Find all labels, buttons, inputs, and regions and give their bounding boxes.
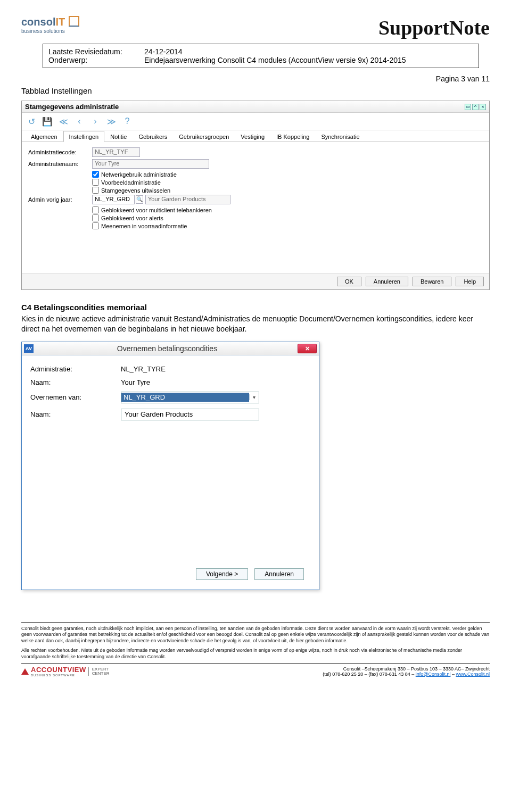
logo-text-2: IT [55, 16, 65, 28]
chk-voorraad[interactable] [92, 222, 99, 229]
subject-value: Eindejaarsverwerking Consolit C4 modules… [144, 56, 473, 64]
lookup-icon[interactable]: 🔍 [136, 195, 143, 204]
logo-square-icon [69, 16, 79, 27]
tab-ibkoppeling[interactable]: IB Koppeling [270, 131, 315, 142]
meta-box: Laatste Revisiedatum: 24-12-2014 Onderwe… [43, 44, 479, 68]
tab-instellingen[interactable]: Instellingen [63, 131, 105, 142]
revision-label: Laatste Revisiedatum: [48, 47, 144, 56]
admincode-input[interactable]: NL_YR_TYF [92, 147, 140, 157]
window-up-icon[interactable]: ^ [472, 104, 479, 110]
dlg-naam2-value: Your Garden Products [121, 409, 259, 420]
chk-alerts[interactable] [92, 214, 99, 221]
save-icon[interactable]: 💾 [42, 116, 53, 127]
dlg-admin-value: NL_YR_TYRE [121, 365, 310, 373]
page-title: SupportNote [128, 16, 490, 39]
vorigjaar-label: Admin vorig jaar: [28, 196, 92, 203]
adminnaam-input[interactable]: Your Tyre [92, 159, 209, 169]
triangle-icon [21, 668, 29, 675]
dlg-naam1-label: Naam: [30, 378, 121, 386]
footer-tel: (tel) 078-620 25 20 – (fax) 078-631 43 8… [323, 672, 416, 677]
footer-web-link[interactable]: www.Consolit.nl [456, 672, 490, 677]
chk-netwerk-label: Netwerkgebruik administratie [101, 171, 177, 178]
consolit-logo: consolIT business solutions [21, 16, 128, 34]
chk-netwerk[interactable] [92, 171, 99, 178]
section-title: Tabblad Instellingen [21, 86, 490, 95]
body-heading: C4 Betalingscondities memoriaal [21, 303, 490, 312]
chk-voorraad-label: Meenemen in voorraadinformatie [101, 223, 187, 229]
footer-contact: Consolit –Scheepmakerij 330 – Postbus 10… [138, 666, 490, 677]
tab-vestiging[interactable]: Vestiging [235, 131, 270, 142]
chk-alerts-label: Geblokkeerd voor alerts [101, 215, 163, 221]
vorigjaar-code-input[interactable]: NL_YR_GRD [92, 195, 135, 204]
accountview-logo: ACCOUNTVIEW BUSINESS SOFTWARE EXPERT CEN… [21, 666, 138, 677]
window-pin-icon[interactable]: ▭ [465, 104, 471, 110]
chk-stam-label: Stamgegevens uitwisselen [101, 187, 170, 194]
screenshot-dialog: AV Overnemen betalingscondities ✕ Admini… [21, 342, 319, 590]
undo-icon[interactable]: ↺ [26, 116, 37, 127]
cancel-button[interactable]: Annuleren [366, 277, 408, 286]
screenshot-settings-window: Stamgegevens administratie ▭ ^ × ↺ 💾 ≪ ‹… [21, 101, 490, 290]
tab-gebruikersgroepen[interactable]: Gebruikersgroepen [173, 131, 235, 142]
chk-voorbeeld-label: Voorbeeldadministratie [101, 179, 161, 186]
dlg-naam1-value: Your Tyre [121, 378, 310, 386]
dlg-admin-label: Administratie: [30, 365, 121, 373]
tab-notitie[interactable]: Notitie [104, 131, 133, 142]
tab-synchronisatie[interactable]: Synchronisatie [315, 131, 365, 142]
dlg-cancel-button[interactable]: Annuleren [254, 568, 304, 580]
tab-gebruikers[interactable]: Gebruikers [133, 131, 173, 142]
dlg-overnemen-select[interactable]: NL_YR_GRD ▾ [121, 392, 259, 403]
prev-icon[interactable]: ‹ [74, 116, 85, 127]
save-button[interactable]: Bewaren [413, 277, 451, 286]
last-icon[interactable]: ≫ [106, 116, 117, 127]
window-title: Stamgegevens administratie [25, 103, 119, 111]
first-icon[interactable]: ≪ [58, 116, 69, 127]
adminnaam-label: Administratienaam: [28, 161, 92, 167]
dlg-overnemen-value: NL_YR_GRD [121, 393, 249, 402]
page-number: Pagina 3 van 11 [21, 74, 490, 83]
chk-multi[interactable] [92, 206, 99, 213]
divider [21, 622, 490, 623]
chk-stam[interactable] [92, 187, 99, 194]
disclaimer-p2: Alle rechten voorbehouden. Niets uit de … [21, 648, 490, 660]
footer-email-link[interactable]: info@Consolit.nl [416, 672, 451, 677]
app-icon: AV [24, 344, 34, 353]
subject-label: Onderwerp: [48, 56, 144, 64]
close-icon[interactable]: ✕ [298, 344, 317, 353]
tabs: Algemeen Instellingen Notitie Gebruikers… [22, 130, 489, 142]
av-logo-sub: BUSINESS SOFTWARE [31, 674, 86, 677]
help-button[interactable]: Help [456, 277, 484, 286]
dialog-title: Overnemen betalingscondities [37, 344, 298, 353]
body-paragraph: Kies in de nieuwe actieve administratie … [21, 314, 490, 334]
window-close-icon[interactable]: × [480, 104, 486, 110]
dlg-naam2-label: Naam: [30, 410, 121, 418]
toolbar: ↺ 💾 ≪ ‹ › ≫ ? [22, 113, 489, 130]
revision-value: 24-12-2014 [144, 47, 473, 56]
next-button[interactable]: Volgende > [196, 568, 248, 580]
logo-text-1: consol [21, 16, 55, 28]
ok-button[interactable]: OK [337, 277, 361, 286]
dlg-overnemen-label: Overnemen van: [30, 393, 121, 401]
next-icon[interactable]: › [90, 116, 101, 127]
footer-sep: – [450, 672, 456, 677]
expert-line2: CENTER [92, 672, 110, 676]
help-icon[interactable]: ? [122, 116, 133, 127]
av-logo-text: ACCOUNTVIEW [31, 666, 86, 674]
footer-address: Consolit –Scheepmakerij 330 – Postbus 10… [138, 666, 490, 672]
tab-algemeen[interactable]: Algemeen [25, 131, 63, 142]
logo-subtitle: business solutions [21, 28, 128, 34]
admincode-label: Administratiecode: [28, 149, 92, 155]
chevron-down-icon[interactable]: ▾ [249, 394, 259, 400]
chk-multi-label: Geblokkeerd voor multiclient telebankier… [101, 207, 212, 213]
vorigjaar-name-input: Your Garden Products [145, 195, 230, 204]
disclaimer-p1: Consolit biedt geen garanties, noch uitd… [21, 626, 490, 644]
chk-voorbeeld[interactable] [92, 179, 99, 186]
